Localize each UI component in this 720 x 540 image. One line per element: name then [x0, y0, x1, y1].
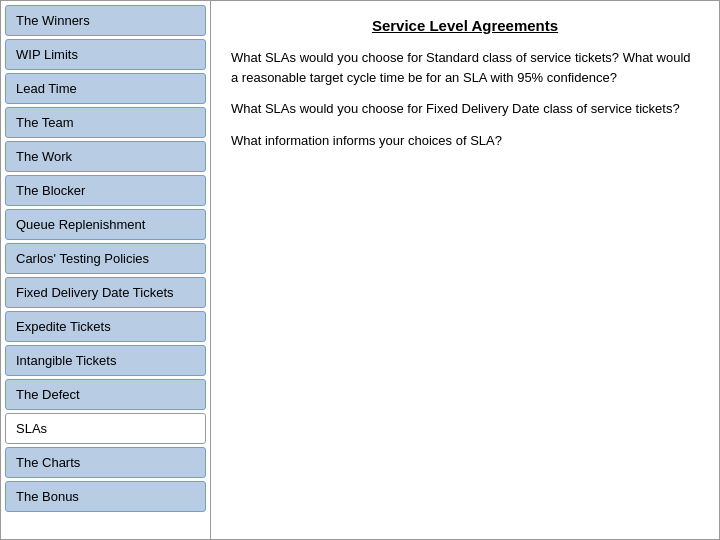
- sidebar-item-fixed-delivery-date-tickets[interactable]: Fixed Delivery Date Tickets: [5, 277, 206, 308]
- sidebar-item-expedite-tickets[interactable]: Expedite Tickets: [5, 311, 206, 342]
- sidebar: The WinnersWIP LimitsLead TimeThe TeamTh…: [1, 1, 211, 539]
- sidebar-item-the-team[interactable]: The Team: [5, 107, 206, 138]
- paragraph-1: What SLAs would you choose for Standard …: [231, 48, 699, 87]
- sidebar-item-the-work[interactable]: The Work: [5, 141, 206, 172]
- sidebar-item-the-winners[interactable]: The Winners: [5, 5, 206, 36]
- sidebar-item-the-blocker[interactable]: The Blocker: [5, 175, 206, 206]
- sidebar-item-wip-limits[interactable]: WIP Limits: [5, 39, 206, 70]
- sidebar-item-slas[interactable]: SLAs: [5, 413, 206, 444]
- sidebar-item-intangible-tickets[interactable]: Intangible Tickets: [5, 345, 206, 376]
- paragraph-3: What information informs your choices of…: [231, 131, 699, 151]
- sidebar-item-the-bonus[interactable]: The Bonus: [5, 481, 206, 512]
- sidebar-item-the-charts[interactable]: The Charts: [5, 447, 206, 478]
- main-title: Service Level Agreements: [231, 17, 699, 34]
- paragraphs-container: What SLAs would you choose for Standard …: [231, 48, 699, 150]
- sidebar-item-the-defect[interactable]: The Defect: [5, 379, 206, 410]
- main-content: Service Level Agreements What SLAs would…: [211, 1, 719, 539]
- sidebar-item-queue-replenishment[interactable]: Queue Replenishment: [5, 209, 206, 240]
- sidebar-item-carlos-testing-policies[interactable]: Carlos' Testing Policies: [5, 243, 206, 274]
- paragraph-2: What SLAs would you choose for Fixed Del…: [231, 99, 699, 119]
- sidebar-item-lead-time[interactable]: Lead Time: [5, 73, 206, 104]
